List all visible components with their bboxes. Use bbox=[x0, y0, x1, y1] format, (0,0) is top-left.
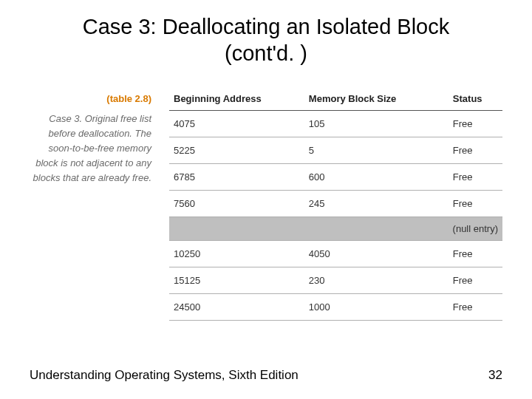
table-caption: Case 3. Original free list before deallo… bbox=[30, 112, 151, 186]
table-row: 4075105Free bbox=[169, 110, 502, 137]
cell-status: Free bbox=[449, 267, 502, 293]
cell-status: Free bbox=[449, 293, 502, 320]
cell-beginning-address: 5225 bbox=[169, 137, 304, 163]
cell-status: Free bbox=[449, 110, 502, 137]
cell-beginning-address: 6785 bbox=[169, 163, 304, 190]
cell-memory-block-size: 5 bbox=[304, 137, 449, 163]
table-row: 7560245Free bbox=[169, 190, 502, 216]
cell-memory-block-size: 245 bbox=[304, 190, 449, 216]
cell-memory-block-size: 105 bbox=[304, 110, 449, 137]
table-row: 52255Free bbox=[169, 137, 502, 163]
cell-beginning-address: 7560 bbox=[169, 190, 304, 216]
cell-memory-block-size: 1000 bbox=[304, 293, 449, 320]
table-row: 102504050Free bbox=[169, 240, 502, 267]
page-number: 32 bbox=[488, 368, 502, 383]
slide-title: Case 3: Deallocating an Isolated Block (… bbox=[0, 0, 532, 67]
cell-memory-block-size: 230 bbox=[304, 267, 449, 293]
free-list-table: Beginning Address Memory Block Size Stat… bbox=[169, 93, 502, 321]
cell-beginning-address: 4075 bbox=[169, 110, 304, 137]
table-row: 245001000Free bbox=[169, 293, 502, 320]
table-label: (table 2.8) bbox=[30, 93, 151, 104]
content-area: (table 2.8) Case 3. Original free list b… bbox=[0, 67, 532, 321]
table-row: (null entry) bbox=[169, 216, 502, 240]
header-beginning-address: Beginning Address bbox=[169, 93, 304, 111]
header-memory-block-size: Memory Block Size bbox=[304, 93, 449, 111]
null-entry-cell: (null entry) bbox=[169, 216, 502, 240]
cell-beginning-address: 15125 bbox=[169, 267, 304, 293]
table-body: 4075105Free52255Free6785600Free7560245Fr… bbox=[169, 110, 502, 320]
header-status: Status bbox=[449, 93, 502, 111]
title-line-1: Case 3: Deallocating an Isolated Block bbox=[83, 15, 450, 38]
footer-text: Understanding Operating Systems, Sixth E… bbox=[30, 368, 299, 383]
table-row: 15125230Free bbox=[169, 267, 502, 293]
left-column: (table 2.8) Case 3. Original free list b… bbox=[30, 93, 151, 321]
cell-status: Free bbox=[449, 190, 502, 216]
cell-memory-block-size: 4050 bbox=[304, 240, 449, 267]
cell-memory-block-size: 600 bbox=[304, 163, 449, 190]
cell-beginning-address: 10250 bbox=[169, 240, 304, 267]
table-header-row: Beginning Address Memory Block Size Stat… bbox=[169, 93, 502, 111]
slide-footer: Understanding Operating Systems, Sixth E… bbox=[30, 368, 502, 383]
right-column: Beginning Address Memory Block Size Stat… bbox=[169, 93, 502, 321]
cell-beginning-address: 24500 bbox=[169, 293, 304, 320]
table-row: 6785600Free bbox=[169, 163, 502, 190]
cell-status: Free bbox=[449, 163, 502, 190]
title-line-2: (cont'd. ) bbox=[225, 41, 307, 65]
cell-status: Free bbox=[449, 137, 502, 163]
cell-status: Free bbox=[449, 240, 502, 267]
